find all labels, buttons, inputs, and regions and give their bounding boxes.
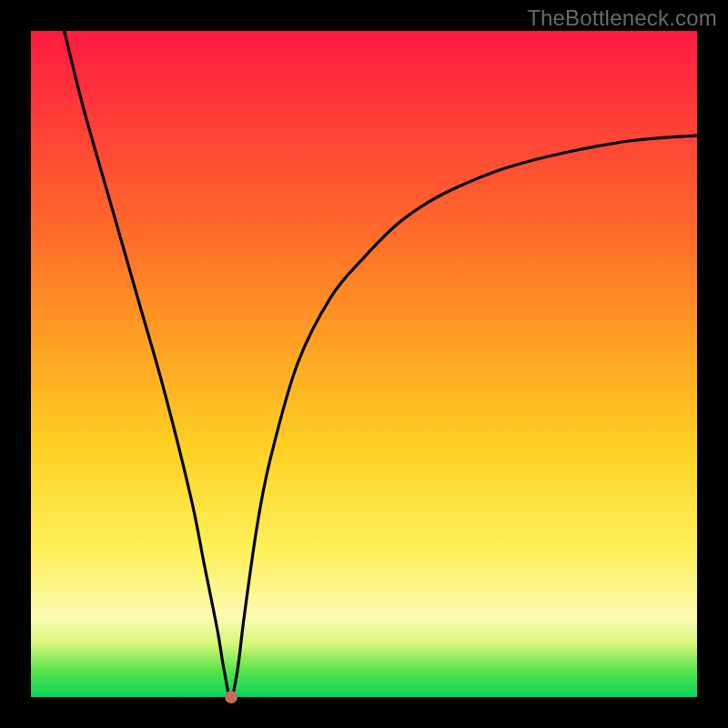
watermark-text: TheBottleneck.com: [527, 5, 717, 31]
curve-path: [65, 31, 697, 697]
chart-frame: TheBottleneck.com: [0, 0, 728, 728]
bottleneck-curve: [31, 31, 697, 697]
minimum-marker-dot: [225, 691, 238, 703]
